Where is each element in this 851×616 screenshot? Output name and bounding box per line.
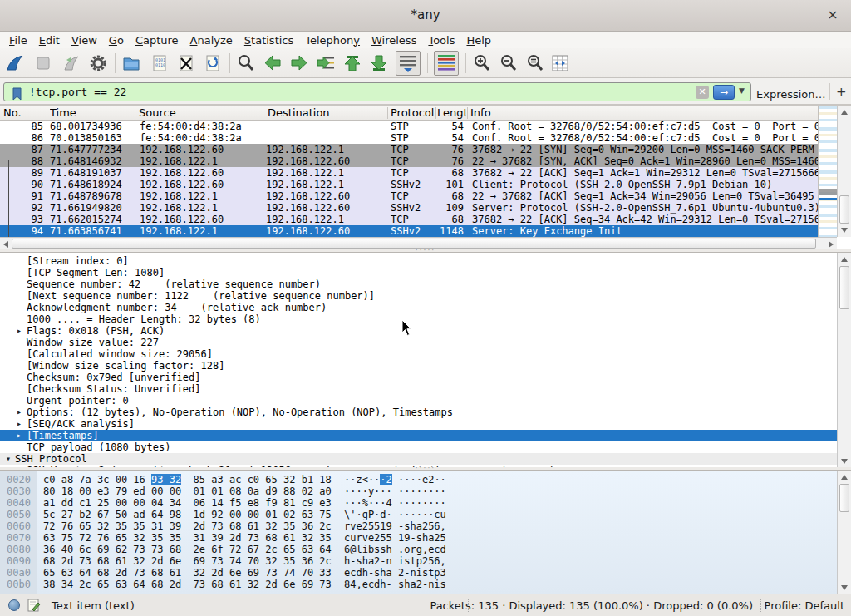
menu-telephony[interactable]: Telephony: [299, 33, 366, 47]
hex-row[interactable]: 00b038 34 2c 65 63 64 68 2d 73 68 61 32 …: [0, 579, 837, 590]
filter-dropdown-caret-icon[interactable]: ▼: [739, 86, 745, 95]
hex-row[interactable]: 00a065 63 64 68 2d 73 68 61 32 2d 6e 69 …: [0, 567, 837, 579]
column-resize-handle[interactable]: [263, 107, 263, 119]
menu-file[interactable]: File: [3, 33, 33, 47]
capture-restart-icon[interactable]: [61, 53, 81, 73]
column-header-destination[interactable]: Destination: [268, 106, 330, 119]
menu-view[interactable]: View: [66, 33, 103, 47]
column-resize-handle[interactable]: [135, 107, 135, 119]
detail-line[interactable]: [Stream index: 0]: [0, 255, 837, 267]
menu-statistics[interactable]: Statistics: [239, 33, 299, 47]
detail-line[interactable]: [Window size scaling factor: 128]: [0, 360, 837, 372]
hex-row[interactable]: 009068 2d 73 68 61 32 2d 6e 69 73 74 70 …: [0, 555, 837, 567]
packet-row[interactable]: 9071.648618924192.168.122.60192.168.122.…: [0, 179, 818, 190]
detail-line[interactable]: [Calculated window size: 29056]: [0, 348, 837, 360]
add-filter-button[interactable]: +: [836, 85, 847, 100]
save-file-icon[interactable]: 01010110: [150, 53, 170, 73]
detail-line[interactable]: [TCP Segment Len: 1080]: [0, 267, 837, 278]
capture-stop-icon[interactable]: [33, 53, 53, 73]
detail-line[interactable]: Sequence number: 42 (relative sequence n…: [0, 278, 837, 290]
hex-vscrollbar[interactable]: [837, 471, 851, 594]
hex-row[interactable]: 0040a1 dd c1 25 00 00 04 34 06 14 f5 e8 …: [0, 497, 837, 509]
menu-capture[interactable]: Capture: [130, 33, 184, 47]
title-bar[interactable]: *any ×: [0, 0, 851, 32]
packet-row[interactable]: 8568.001734936fe:54:00:d4:38:2aSTP54Conf…: [0, 121, 818, 132]
scroll-down-icon[interactable]: [841, 459, 848, 464]
packet-row[interactable]: 9171.648789678192.168.122.1192.168.122.6…: [0, 190, 818, 202]
scroll-up-icon[interactable]: [841, 257, 848, 262]
detail-line[interactable]: Urgent pointer: 0: [0, 395, 837, 407]
go-forward-icon[interactable]: [289, 53, 309, 73]
zoom-in-icon[interactable]: [472, 53, 492, 73]
scrollbar-thumb[interactable]: [839, 484, 849, 512]
scroll-down-icon[interactable]: [841, 228, 848, 233]
detail-line-expandable[interactable]: ▸[SEQ/ACK analysis]: [0, 418, 837, 430]
column-resize-handle[interactable]: [467, 107, 468, 119]
display-filter-input[interactable]: !tcp.port == 22 ✕ → ▼: [3, 82, 751, 101]
packet-list-minimap[interactable]: [818, 106, 837, 237]
capture-start-icon[interactable]: [5, 53, 25, 73]
go-top-icon[interactable]: [342, 53, 362, 73]
column-header-length[interactable]: Length: [437, 106, 467, 119]
column-header-no[interactable]: No.: [3, 106, 22, 119]
zoom-out-icon[interactable]: [499, 53, 519, 73]
colorize-toggle-icon[interactable]: [434, 51, 459, 76]
column-header-source[interactable]: Source: [139, 106, 176, 119]
column-resize-handle[interactable]: [387, 107, 388, 119]
zoom-reset-icon[interactable]: [525, 53, 545, 73]
detail-line-selected[interactable]: ▸[Timestamps]: [0, 430, 837, 441]
filter-bookmark-icon[interactable]: [7, 86, 26, 106]
details-vscrollbar[interactable]: [837, 253, 851, 467]
open-file-folder-icon[interactable]: [121, 53, 141, 73]
detail-line-expandable[interactable]: ▸Flags: 0x018 (PSH, ACK): [0, 325, 837, 337]
detail-line[interactable]: Checksum: 0x79ed [unverified]: [0, 372, 837, 383]
find-packet-icon[interactable]: [236, 53, 256, 73]
menu-help[interactable]: Help: [460, 33, 497, 47]
close-window-button[interactable]: ×: [824, 7, 841, 23]
detail-line[interactable]: Acknowledgment number: 34 (relative ack …: [0, 302, 837, 313]
go-to-packet-icon[interactable]: [316, 53, 336, 73]
menu-wireless[interactable]: Wireless: [366, 33, 422, 47]
packet-row[interactable]: 9271.661949820192.168.122.1192.168.122.6…: [0, 202, 818, 214]
packet-row[interactable]: 8871.648146932192.168.122.1192.168.122.6…: [0, 155, 818, 167]
menu-edit[interactable]: Edit: [33, 33, 66, 47]
detail-line[interactable]: Window size value: 227: [0, 337, 837, 348]
menu-tools[interactable]: Tools: [422, 33, 460, 47]
packet-row[interactable]: 8771.647777234192.168.122.60192.168.122.…: [0, 144, 818, 155]
status-profile[interactable]: Profile: Default: [765, 599, 844, 612]
reload-file-icon[interactable]: [203, 53, 223, 73]
column-resize-handle[interactable]: [47, 107, 47, 119]
packet-row[interactable]: 8971.648191037192.168.122.60192.168.122.…: [0, 167, 818, 179]
scrollbar-thumb[interactable]: [839, 195, 849, 224]
packet-row[interactable]: 8670.013850163fe:54:00:d4:38:2aSTP54Conf…: [0, 132, 818, 144]
detail-line[interactable]: [Checksum Status: Unverified]: [0, 383, 837, 395]
detail-line[interactable]: [Next sequence number: 1122 (relative se…: [0, 290, 837, 302]
expression-button[interactable]: Expression…: [756, 88, 826, 101]
hex-row[interactable]: 007063 75 72 76 65 32 35 35 31 39 2d 73 …: [0, 532, 837, 544]
hex-row[interactable]: 00505c 27 b2 67 50 ad 64 98 1d 92 00 00 …: [0, 509, 837, 520]
column-header-time[interactable]: Time: [50, 106, 76, 119]
capture-comment-icon[interactable]: [27, 599, 41, 614]
scrollbar-thumb[interactable]: [839, 266, 849, 309]
display-filter-value[interactable]: !tcp.port == 22: [29, 86, 126, 98]
resize-columns-icon[interactable]: [550, 53, 570, 73]
scroll-left-icon[interactable]: [3, 241, 8, 248]
close-file-icon[interactable]: [176, 53, 196, 73]
scroll-down-icon[interactable]: [841, 585, 848, 590]
scroll-up-icon[interactable]: [841, 110, 848, 115]
column-header-info[interactable]: Info: [470, 106, 491, 119]
packet-row-selected[interactable]: 9471.663856741192.168.122.1192.168.122.6…: [0, 225, 818, 237]
go-back-icon[interactable]: [263, 53, 283, 73]
detail-line[interactable]: TCP payload (1080 bytes): [0, 441, 837, 453]
column-header-protocol[interactable]: Protocol: [391, 106, 434, 119]
menu-go[interactable]: Go: [103, 33, 130, 47]
scrollbar-thumb[interactable]: [12, 239, 816, 249]
filter-clear-icon[interactable]: ✕: [696, 86, 709, 99]
capture-options-gear-icon[interactable]: [88, 53, 108, 73]
menu-analyze[interactable]: Analyze: [184, 33, 239, 47]
scroll-right-icon[interactable]: [829, 241, 834, 248]
auto-scroll-toggle-icon[interactable]: [396, 51, 421, 76]
expert-info-icon[interactable]: [8, 599, 20, 611]
detail-line[interactable]: 1000 .... = Header Length: 32 bytes (8): [0, 313, 837, 325]
go-bottom-icon[interactable]: [369, 53, 389, 73]
